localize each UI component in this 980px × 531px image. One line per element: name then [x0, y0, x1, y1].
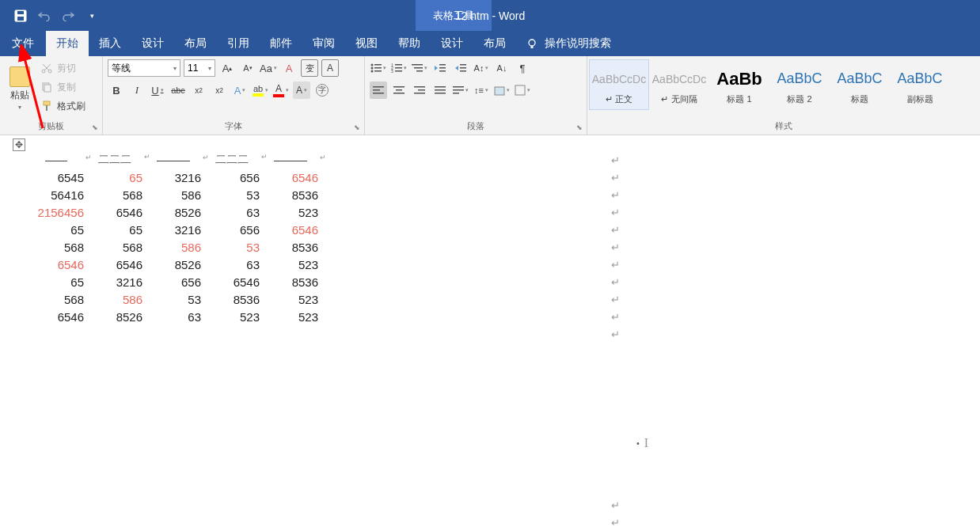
table-header[interactable]: ——— — [144, 151, 203, 169]
multilevel-list-button[interactable] — [411, 59, 428, 77]
decrease-indent-button[interactable] — [431, 59, 449, 77]
style-card-2[interactable]: AaBb标题 1 — [709, 59, 769, 110]
table-cell[interactable]: 65 — [27, 273, 85, 290]
table-cell[interactable]: 523 — [261, 256, 320, 273]
table-cell[interactable]: 63 — [144, 308, 203, 325]
table-cell[interactable]: 65 — [85, 169, 144, 186]
underline-button[interactable]: U — [149, 82, 166, 99]
table-row[interactable]: 6546852663523523 — [27, 308, 320, 325]
save-icon[interactable] — [13, 8, 28, 24]
increase-font-icon[interactable]: A▴ — [218, 59, 236, 77]
italic-button[interactable]: I — [128, 82, 146, 99]
table-cell[interactable]: 568 — [27, 290, 85, 308]
tab-file[interactable]: 文件 — [0, 31, 46, 56]
table-cell[interactable]: 8536 — [261, 273, 320, 290]
tab-home[interactable]: 开始 — [46, 31, 89, 56]
character-shading-button[interactable]: A — [293, 82, 310, 99]
align-right-button[interactable] — [411, 82, 428, 99]
increase-indent-button[interactable] — [452, 59, 469, 77]
data-table[interactable]: ——二二二———二二二——— 6545653216656654656416568… — [27, 151, 320, 325]
line-spacing-button[interactable]: ↕≡ — [473, 82, 490, 99]
text-effects-button[interactable]: A — [231, 82, 249, 99]
tab-design[interactable]: 设计 — [131, 31, 174, 56]
table-cell[interactable]: 6546 — [27, 256, 85, 273]
sort-button[interactable]: A↓ — [493, 59, 511, 77]
table-cell[interactable]: 2156456 — [27, 203, 85, 221]
table-cell[interactable]: 56416 — [27, 186, 85, 203]
table-row[interactable]: 56416568586538536 — [27, 186, 320, 203]
redo-icon[interactable] — [60, 8, 76, 24]
dialog-launcher-icon[interactable]: ⬊ — [352, 123, 362, 133]
table-row[interactable]: 65466546852663523 — [27, 256, 320, 273]
clear-formatting-icon[interactable]: A — [280, 59, 298, 77]
table-row[interactable]: 21564566546852663523 — [27, 203, 320, 221]
undo-icon[interactable] — [36, 8, 52, 24]
table-cell[interactable]: 6546 — [261, 169, 320, 186]
font-size-select[interactable]: 11▾ — [184, 59, 215, 77]
table-header[interactable]: 二二二 — [203, 151, 261, 169]
enclose-characters-button[interactable]: 字 — [313, 82, 331, 99]
table-cell[interactable]: 656 — [203, 221, 261, 238]
strikethrough-button[interactable]: abc — [169, 82, 187, 99]
table-cell[interactable]: 568 — [85, 186, 144, 203]
dialog-launcher-icon[interactable]: ⬊ — [575, 123, 584, 133]
tab-references[interactable]: 引用 — [217, 31, 260, 56]
dialog-launcher-icon[interactable]: ⬊ — [90, 123, 100, 133]
table-row[interactable]: 65456532166566546 — [27, 169, 320, 186]
table-cell[interactable]: 63 — [203, 203, 261, 221]
table-cell[interactable]: 523 — [203, 308, 261, 325]
table-row[interactable]: 65321665665468536 — [27, 273, 320, 290]
tab-layout[interactable]: 布局 — [174, 31, 217, 56]
document-area[interactable]: ✥ ——二二二———二二二——— 65456532166566546564165… — [0, 135, 980, 531]
change-case-button[interactable]: Aa — [260, 59, 277, 77]
tab-insert[interactable]: 插入 — [89, 31, 131, 56]
table-cell[interactable]: 6546 — [85, 256, 144, 273]
subscript-button[interactable]: x2 — [190, 82, 207, 99]
font-color-button[interactable]: A — [272, 82, 290, 99]
style-card-0[interactable]: AaBbCcDc↵ 正文 — [589, 59, 649, 110]
character-border-icon[interactable]: A — [321, 59, 339, 77]
table-cell[interactable]: 8536 — [261, 238, 320, 256]
tab-help[interactable]: 帮助 — [388, 31, 431, 56]
style-card-5[interactable]: AaBbC副标题 — [890, 59, 950, 110]
style-card-4[interactable]: AaBbC标题 — [830, 59, 890, 110]
table-cell[interactable]: 6546 — [203, 273, 261, 290]
table-cell[interactable]: 53 — [203, 186, 261, 203]
table-row[interactable]: 656532166566546 — [27, 221, 320, 238]
table-cell[interactable]: 65 — [85, 221, 144, 238]
table-cell[interactable]: 8526 — [144, 256, 203, 273]
table-cell[interactable]: 53 — [203, 238, 261, 256]
table-header[interactable]: —— — [27, 151, 85, 169]
style-card-3[interactable]: AaBbC标题 2 — [769, 59, 830, 110]
table-cell[interactable]: 656 — [203, 169, 261, 186]
tab-view[interactable]: 视图 — [345, 31, 388, 56]
table-row[interactable]: 568586538536523 — [27, 290, 320, 308]
tab-mailings[interactable]: 邮件 — [260, 31, 302, 56]
table-cell[interactable]: 568 — [85, 238, 144, 256]
superscript-button[interactable]: x2 — [211, 82, 228, 99]
justify-button[interactable] — [431, 82, 449, 99]
distribute-button[interactable] — [452, 82, 469, 99]
phonetic-guide-icon[interactable]: 变 — [301, 59, 318, 77]
table-cell[interactable]: 63 — [203, 256, 261, 273]
style-card-1[interactable]: AaBbCcDc↵ 无间隔 — [649, 59, 709, 110]
copy-button[interactable]: 复制 — [38, 78, 89, 96]
align-left-button[interactable] — [370, 82, 387, 99]
table-cell[interactable]: 8526 — [144, 203, 203, 221]
tab-table-layout[interactable]: 布局 — [473, 31, 516, 56]
table-cell[interactable]: 586 — [144, 238, 203, 256]
font-name-select[interactable]: 等线▾ — [108, 59, 180, 77]
table-cell[interactable]: 586 — [85, 290, 144, 308]
table-cell[interactable]: 8536 — [261, 186, 320, 203]
paste-button[interactable]: 粘贴 ▾ — [5, 59, 35, 117]
align-center-button[interactable] — [390, 82, 408, 99]
table-cell[interactable]: 6545 — [27, 169, 85, 186]
shading-button[interactable] — [493, 82, 511, 99]
table-cell[interactable]: 6546 — [261, 221, 320, 238]
table-cell[interactable]: 3216 — [144, 221, 203, 238]
table-cell[interactable]: 656 — [144, 273, 203, 290]
table-row[interactable]: 568568586538536 — [27, 238, 320, 256]
table-move-handle-icon[interactable]: ✥ — [13, 138, 25, 151]
table-cell[interactable]: 53 — [144, 290, 203, 308]
asian-layout-button[interactable]: A↕ — [473, 59, 490, 77]
